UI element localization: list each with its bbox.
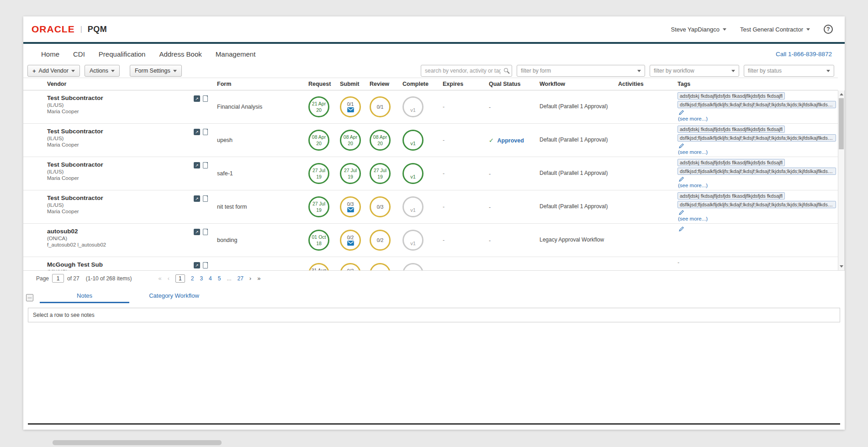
table-row[interactable]: Test Subcontractor (IL/US) Maria Cooper … (23, 90, 838, 124)
submit-status-circle[interactable]: 0/1 (340, 96, 361, 117)
nav-item-prequalification[interactable]: Prequalification (99, 50, 146, 58)
filter-workflow-select[interactable]: filter by workflow (650, 65, 739, 77)
review-status-circle[interactable]: 0/1 (370, 96, 391, 117)
column-header-request[interactable]: Request (307, 81, 339, 87)
complete-status-circle[interactable]: v1 (402, 163, 423, 184)
nav-item-address-book[interactable]: Address Book (159, 50, 201, 58)
vendor-name[interactable]: Test Subcontractor (47, 95, 103, 101)
complete-status-circle[interactable]: v1 (402, 130, 423, 151)
submit-status-circle[interactable]: 0/3 (340, 263, 361, 270)
add-vendor-button[interactable]: + Add Vendor (27, 65, 80, 77)
complete-status-circle[interactable]: v1 (402, 196, 423, 217)
submit-status-circle[interactable]: 08 Apr 20 (340, 130, 361, 151)
submit-status-circle[interactable]: 0/2 (340, 230, 361, 251)
table-row[interactable]: Test Subcontractor (IL/US) Maria Cooper … (23, 157, 838, 190)
call-phone-link[interactable]: Call 1-866-839-8872 (776, 51, 832, 58)
edit-tags-icon[interactable] (678, 110, 684, 116)
page-number-3[interactable]: 3 (200, 275, 203, 282)
nav-item-cdi[interactable]: CDI (73, 50, 85, 58)
complete-status-circle[interactable]: v1 (402, 96, 423, 117)
column-header-complete[interactable]: Complete (402, 81, 442, 87)
request-status-circle[interactable]: 08 Apr 20 (308, 130, 329, 151)
vendor-name[interactable]: Test Subcontractor (47, 128, 103, 135)
table-row[interactable]: autosub02 (ON/CA) f_autosub02 l_autosub0… (23, 224, 838, 257)
vendor-activity-icon[interactable]: ↗ (194, 162, 200, 168)
vendor-activity-icon[interactable]: ↗ (194, 195, 200, 202)
tab-category-workflow[interactable]: Category Workflow (129, 292, 219, 303)
vendor-name[interactable]: Test Subcontractor (47, 161, 103, 168)
vendor-activity-icon[interactable]: ↗ (194, 262, 200, 268)
help-icon[interactable]: ? (824, 25, 833, 34)
vendor-activity-icon[interactable]: ↗ (194, 95, 200, 102)
filter-status-select[interactable]: filter by status (744, 65, 834, 77)
request-status-circle[interactable]: 31 Aug 20 (308, 263, 329, 270)
filter-form-select[interactable]: filter by form (517, 65, 645, 77)
column-header-expires[interactable]: Expires (442, 81, 488, 87)
page-number-1[interactable]: 1 (175, 274, 185, 283)
vendor-name[interactable]: autosub02 (47, 228, 106, 235)
table-scrollbar[interactable] (838, 90, 845, 270)
tab-notes[interactable]: Notes (40, 292, 129, 303)
review-status-circle[interactable]: 0/3 (370, 196, 391, 217)
vendor-name[interactable]: McGough Test Sub (47, 261, 103, 268)
vendor-activity-icon[interactable]: ↗ (194, 229, 200, 235)
actions-button[interactable]: Actions (85, 65, 120, 77)
column-header-activities[interactable]: Activities (617, 81, 677, 87)
page-number-27[interactable]: 27 (237, 275, 243, 282)
page-input[interactable] (52, 274, 64, 283)
column-header-submit[interactable]: Submit (339, 81, 369, 87)
complete-status-circle[interactable]: v1 (402, 230, 423, 251)
qual-status-text[interactable]: - (489, 104, 491, 110)
collapse-panel-button[interactable]: — (26, 294, 33, 301)
see-more-link[interactable]: (see more...) (678, 116, 836, 121)
page-number-2[interactable]: 2 (191, 275, 194, 282)
vendor-form-icon[interactable] (203, 195, 208, 202)
qual-status-text[interactable]: Approved (498, 137, 524, 144)
nav-item-management[interactable]: Management (216, 50, 256, 58)
column-header-form[interactable]: Form (216, 81, 307, 87)
column-header-vendor[interactable]: Vendor (23, 81, 216, 87)
scrollbar-down-icon[interactable] (838, 263, 844, 270)
edit-tags-icon[interactable] (678, 210, 684, 216)
table-row[interactable]: Test Subcontractor (IL/US) Maria Cooper … (23, 124, 838, 157)
request-status-circle[interactable]: 27 Jul 19 (308, 163, 329, 184)
table-row[interactable]: Test Subcontractor (IL/US) Maria Cooper … (23, 190, 838, 224)
last-page-jump-button[interactable]: » (257, 275, 260, 282)
nav-item-home[interactable]: Home (41, 50, 59, 58)
submit-status-circle[interactable]: 0/3 (340, 196, 361, 217)
search-input[interactable] (421, 65, 512, 77)
review-status-circle[interactable]: 27 Jul 19 (370, 163, 391, 184)
see-more-link[interactable]: (see more...) (678, 183, 836, 188)
vendor-form-icon[interactable] (203, 162, 208, 168)
qual-status-text[interactable]: - (489, 171, 491, 177)
complete-status-circle[interactable]: v1 (402, 263, 423, 270)
request-status-circle[interactable]: 21 Apr 20 (308, 96, 329, 117)
scrollbar-up-icon[interactable] (838, 91, 844, 98)
vendor-form-icon[interactable] (203, 95, 208, 102)
first-page-button[interactable]: « (158, 275, 161, 282)
submit-status-circle[interactable]: 27 Jul 19 (340, 163, 361, 184)
vendor-form-icon[interactable] (203, 262, 208, 268)
review-status-circle[interactable]: 08 Apr 20 (370, 130, 391, 151)
scrollbar-thumb[interactable] (839, 98, 844, 149)
next-page-button[interactable]: › (249, 275, 251, 282)
user-menu[interactable]: Steve YapDiangco (671, 26, 726, 33)
edit-tags-icon[interactable] (678, 143, 684, 149)
qual-status-text[interactable]: - (489, 237, 491, 244)
vendor-form-icon[interactable] (203, 229, 208, 235)
org-menu[interactable]: Test General Contractor (740, 26, 810, 33)
see-more-link[interactable]: (see more...) (678, 216, 836, 221)
edit-tags-icon[interactable] (678, 226, 684, 232)
vendor-activity-icon[interactable]: ↗ (194, 129, 200, 135)
prev-page-button[interactable]: ‹ (168, 275, 169, 282)
see-more-link[interactable]: (see more...) (678, 149, 836, 155)
review-status-circle[interactable]: 0/2 (370, 230, 391, 251)
edit-tags-icon[interactable] (678, 176, 684, 182)
vendor-form-icon[interactable] (203, 129, 208, 135)
vendor-name[interactable]: Test Subcontractor (47, 195, 103, 201)
horizontal-scrollbar-thumb[interactable] (53, 440, 222, 445)
request-status-circle[interactable]: 01 Oct 18 (308, 230, 329, 251)
request-status-circle[interactable]: 27 Jul 19 (308, 196, 329, 217)
column-header-workflow[interactable]: Workflow (539, 81, 617, 87)
column-header-qual-status[interactable]: Qual Status (488, 81, 539, 87)
